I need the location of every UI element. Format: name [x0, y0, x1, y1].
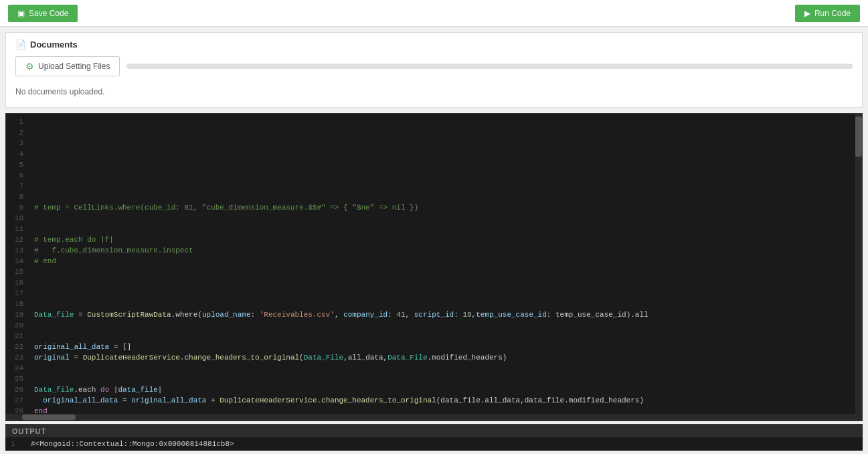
run-icon: ▶ [804, 9, 810, 18]
horizontal-scrollbar[interactable] [6, 414, 862, 421]
upload-row: ⚙ Upload Setting Files [15, 56, 853, 76]
output-label: OUTPUT [5, 425, 863, 437]
output-content: 1 #<Mongoid::Contextual::Mongo:0x0000081… [5, 437, 863, 451]
documents-section: 📄 Documents ⚙ Upload Setting Files No do… [5, 32, 863, 108]
output-line-number: 1 [11, 440, 24, 448]
upload-progress-bar [126, 64, 853, 69]
code-area: 12345 678910 1112131415 1617181920 21222… [6, 114, 862, 414]
upload-button-label: Upload Setting Files [38, 62, 110, 71]
run-label: Run Code [814, 9, 851, 18]
output-section: OUTPUT 1 #<Mongoid::Contextual::Mongo:0x… [5, 424, 863, 451]
no-documents-message: No documents uploaded. [15, 83, 853, 100]
document-icon: 📄 [15, 40, 26, 50]
save-icon: ▣ [17, 9, 25, 18]
save-button[interactable]: ▣ Save Code [8, 5, 78, 22]
upload-icon: ⚙ [25, 61, 34, 72]
output-text: #<Mongoid::Contextual::Mongo:0x000008148… [31, 440, 234, 448]
upload-button[interactable]: ⚙ Upload Setting Files [15, 56, 120, 76]
code-editor[interactable]: 12345 678910 1112131415 1617181920 21222… [5, 113, 863, 421]
line-numbers: 12345 678910 1112131415 1617181920 21222… [6, 114, 29, 414]
code-content[interactable]: # temp = CellLinks.where(cube_id: 81, "c… [29, 114, 855, 414]
scrollbar-thumb-v[interactable] [855, 117, 862, 157]
vertical-scrollbar[interactable] [855, 114, 862, 414]
documents-title: 📄 Documents [15, 40, 853, 50]
toolbar: ▣ Save Code ▶ Run Code [0, 0, 868, 27]
run-button[interactable]: ▶ Run Code [795, 5, 860, 22]
scrollbar-thumb-h[interactable] [22, 414, 76, 420]
save-label: Save Code [29, 9, 68, 18]
